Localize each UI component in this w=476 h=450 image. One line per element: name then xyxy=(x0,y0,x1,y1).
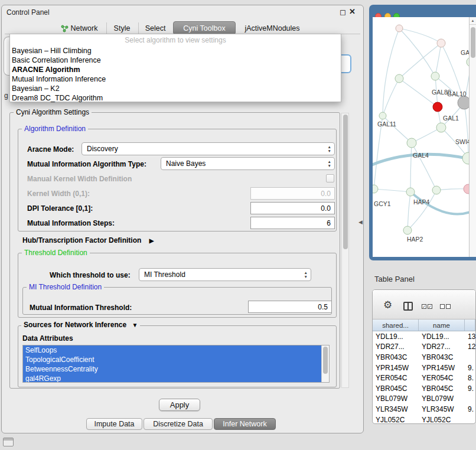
list-item[interactable]: SelfLoops xyxy=(23,345,322,355)
tab-impute-data[interactable]: Impute Data xyxy=(86,418,142,430)
network-icon xyxy=(61,25,69,32)
settings-scrollbar[interactable] xyxy=(341,113,349,388)
network-edge[interactable] xyxy=(383,28,399,116)
network-node[interactable] xyxy=(396,25,403,32)
tab-infer-network[interactable]: Infer Network xyxy=(214,418,276,430)
list-item[interactable]: BetweennessCentrality xyxy=(23,364,322,374)
mi-steps-field[interactable]: 6 xyxy=(250,217,335,229)
network-edge[interactable] xyxy=(412,143,436,190)
network-scrollbar[interactable]: ▲ xyxy=(469,17,476,257)
clipped-text-fragment: g xyxy=(4,92,8,100)
algorithm-option[interactable]: Mutual Information Inference xyxy=(10,74,341,84)
network-node[interactable] xyxy=(431,72,439,80)
panel-collapse-arrow-icon[interactable]: ◀ xyxy=(358,219,363,225)
network-node[interactable] xyxy=(373,185,378,193)
network-node[interactable] xyxy=(407,138,416,148)
algorithm-option[interactable]: Bayesian – Hill Climbing xyxy=(10,46,341,56)
column-header[interactable] xyxy=(465,319,475,331)
tab-jactivemnodules[interactable]: jActiveMNodules xyxy=(237,22,307,34)
hub-section-label: Hub/Transcription Factor Definition xyxy=(22,236,141,244)
tab-style[interactable]: Style xyxy=(106,22,137,34)
kernel-width-field[interactable]: 0.0 xyxy=(250,187,335,200)
network-node[interactable] xyxy=(395,74,403,83)
network-node[interactable] xyxy=(433,102,442,112)
network-graph-svg: GAL8GAL80GAL10GAL11GAL1SWI4GAL4GCY1HAP4H… xyxy=(373,17,469,257)
hub-section-toggle[interactable]: Hub/Transcription Factor Definition ▶ xyxy=(22,236,154,244)
network-node[interactable] xyxy=(458,96,469,109)
attribute-list-scrollbar[interactable] xyxy=(321,345,329,382)
aracne-mode-select[interactable]: Discovery ▲▼ xyxy=(81,142,335,155)
combo-arrows-icon: ▲▼ xyxy=(304,270,308,279)
settings-gear-icon[interactable]: ⚙ xyxy=(383,300,392,310)
column-header[interactable]: shared... xyxy=(373,319,419,331)
scrollbar-thumb[interactable] xyxy=(471,27,475,58)
tab-discretize-data[interactable]: Discretize Data xyxy=(144,418,213,430)
mi-type-select[interactable]: Naive Bayes ▲▼ xyxy=(161,157,335,170)
network-node[interactable] xyxy=(379,112,386,119)
occluded-panel-fragment xyxy=(4,37,9,76)
column-header[interactable]: name xyxy=(419,319,465,331)
mi-threshold-field[interactable]: 0.5 xyxy=(248,301,332,313)
network-edge[interactable] xyxy=(399,28,441,43)
mi-threshold-label: Mutual Information Threshold: xyxy=(30,304,132,312)
tab-label: Style xyxy=(114,24,131,32)
network-node[interactable] xyxy=(462,152,469,164)
select-all-icon[interactable]: ✓✓ xyxy=(422,304,432,309)
algorithm-option[interactable]: Basic Correlation Inference xyxy=(10,56,341,65)
table-row[interactable]: YBL079WYBL079W xyxy=(373,394,475,405)
network-node[interactable] xyxy=(406,188,415,196)
table-row[interactable]: YER054CYER054C8. xyxy=(373,373,475,383)
window-title: Control Panel xyxy=(6,8,50,17)
tab-label: jActiveMNodules xyxy=(244,24,299,32)
scroll-up-icon[interactable]: ▲ xyxy=(470,17,476,25)
which-threshold-select[interactable]: MI Threshold ▲▼ xyxy=(139,268,311,281)
algorithm-option[interactable]: Bayesian – K2 xyxy=(10,84,341,93)
dropdown-prompt: Select algorithm to view settings xyxy=(10,34,341,46)
table-row[interactable]: YJL052CYJL052C xyxy=(373,415,475,424)
column-selector-icon[interactable] xyxy=(403,302,413,311)
table-row[interactable]: YDL19...YDL19...13 xyxy=(373,331,475,342)
occluded-focused-field-fragment xyxy=(341,54,351,73)
network-node-label: SWI4 xyxy=(455,138,469,145)
close-window-icon[interactable]: ✕ xyxy=(349,7,356,16)
manual-kernel-checkbox[interactable] xyxy=(326,174,334,182)
data-attributes-label: Data Attributes xyxy=(22,334,73,343)
network-edge[interactable] xyxy=(410,143,412,192)
network-edge[interactable] xyxy=(407,192,410,230)
scrollbar-thumb[interactable] xyxy=(343,115,348,249)
network-node[interactable] xyxy=(464,184,469,194)
tab-select[interactable]: Select xyxy=(138,22,172,34)
network-node[interactable] xyxy=(437,39,445,47)
deselect-all-icon[interactable] xyxy=(440,304,451,309)
table-row[interactable]: YBR045CYBR045C9. xyxy=(373,383,475,394)
table-row[interactable]: YPR145WYPR145W9. xyxy=(373,363,475,373)
table-row[interactable]: YBR043CYBR043C xyxy=(373,352,475,363)
network-canvas[interactable]: GAL8GAL80GAL10GAL11GAL1SWI4GAL4GCY1HAP4H… xyxy=(373,17,469,257)
float-window-icon[interactable]: ◻ xyxy=(340,8,346,17)
tab-label: Select xyxy=(145,24,166,32)
sources-section-toggle[interactable]: Sources for Network Inference ▼ xyxy=(21,321,140,329)
network-edge[interactable] xyxy=(383,116,412,143)
tab-network[interactable]: Network xyxy=(53,22,105,34)
mi-steps-label: Mutual Information Steps: xyxy=(27,219,115,227)
table-row[interactable]: YLR345WYLR345W9. xyxy=(373,404,475,415)
list-item[interactable]: gal4RGexp xyxy=(23,374,322,383)
network-node[interactable] xyxy=(432,186,441,194)
network-node[interactable] xyxy=(403,226,412,234)
algorithm-option-selected[interactable]: ARACNE Algorithm xyxy=(10,65,341,74)
algorithm-option[interactable]: Dream8 DC_TDC Algorithm xyxy=(10,93,341,103)
network-edge[interactable] xyxy=(407,190,436,230)
minimized-panel-icon[interactable] xyxy=(3,438,14,446)
apply-button[interactable]: Apply xyxy=(159,399,200,411)
network-edge[interactable] xyxy=(374,189,410,192)
list-item[interactable]: TopologicalCoefficient xyxy=(23,355,322,364)
scrollbar-thumb[interactable] xyxy=(323,347,328,374)
network-edge[interactable] xyxy=(435,43,441,76)
network-node[interactable] xyxy=(436,123,446,132)
network-edge[interactable] xyxy=(464,103,468,158)
dpi-tolerance-field[interactable]: 0.0 xyxy=(250,202,335,214)
table-row[interactable]: YDR27...YDR27...12 xyxy=(373,342,475,353)
which-threshold-label: Which threshold to use: xyxy=(50,271,131,279)
tab-cyni-toolbox[interactable]: Cyni Toolbox xyxy=(173,21,236,35)
combo-arrows-icon: ▲▼ xyxy=(328,145,331,153)
